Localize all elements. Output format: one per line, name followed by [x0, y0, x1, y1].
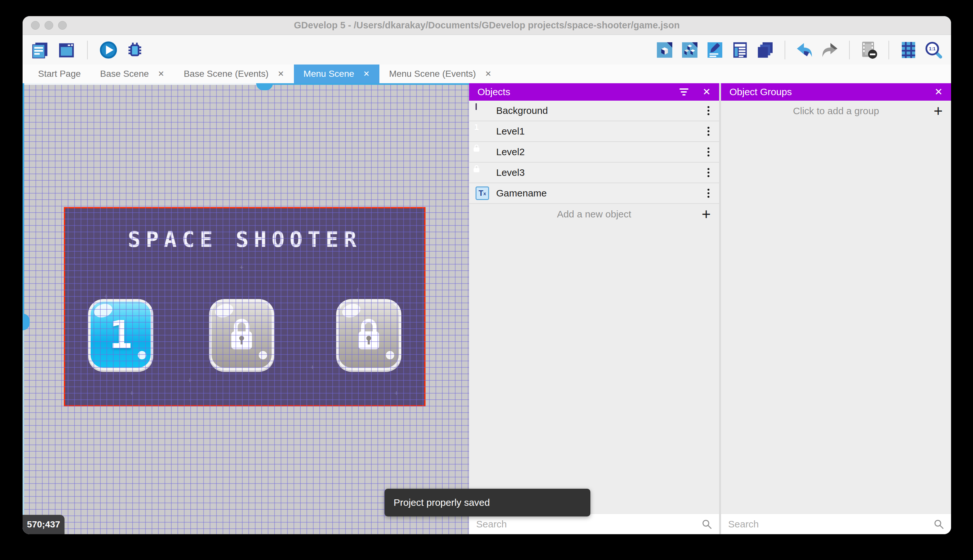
- tab-menu-scene[interactable]: Menu Scene ✕: [294, 65, 379, 83]
- lock-icon: [353, 316, 384, 352]
- object-row-level2[interactable]: Level2: [469, 142, 719, 163]
- level2-button-instance[interactable]: [209, 299, 274, 370]
- main-area: SPACE SHOOTER + + + + + + + 1: [23, 83, 951, 534]
- object-name: Level3: [496, 167, 525, 178]
- star-decoration: +: [310, 363, 315, 372]
- object-menu-icon[interactable]: [704, 187, 713, 200]
- save-toast: Project properly saved: [385, 489, 590, 517]
- level1-number: 1: [91, 302, 151, 368]
- object-groups-icon[interactable]: [681, 41, 699, 59]
- objects-panel: Objects ✕ Background 1 Level1: [469, 83, 719, 534]
- tab-close-icon[interactable]: ✕: [277, 69, 284, 78]
- object-menu-icon[interactable]: [704, 104, 713, 117]
- add-group-label: Click to add a group: [793, 105, 879, 117]
- edit-scene-properties-icon[interactable]: [706, 41, 724, 59]
- debug-icon[interactable]: [126, 41, 144, 59]
- plus-icon: +: [702, 207, 711, 222]
- search-icon: [934, 519, 944, 529]
- toolbar-divider: [849, 41, 850, 59]
- filter-icon[interactable]: [680, 88, 688, 95]
- level3-button-instance[interactable]: [336, 299, 402, 370]
- tab-base-scene-events[interactable]: Base Scene (Events) ✕: [174, 65, 293, 83]
- object-groups-panel-title: Object Groups: [730, 87, 792, 97]
- close-window-button[interactable]: [31, 21, 40, 30]
- tab-label: Base Scene: [100, 69, 149, 79]
- objects-panel-title: Objects: [478, 87, 510, 97]
- gamename-thumbnail-icon: Tx: [475, 187, 489, 200]
- background-thumbnail-icon: [475, 104, 489, 117]
- play-preview-icon[interactable]: [99, 41, 117, 59]
- object-name: Level1: [496, 126, 525, 137]
- add-new-object-button[interactable]: Add a new object +: [469, 204, 719, 225]
- export-object-icon[interactable]: [656, 41, 674, 59]
- redo-icon[interactable]: [821, 41, 839, 59]
- toast-message: Project properly saved: [393, 497, 490, 508]
- window-controls: [31, 16, 67, 35]
- tab-close-icon[interactable]: ✕: [158, 69, 164, 78]
- game-title-text: SPACE SHOOTER: [65, 227, 424, 252]
- objects-panel-empty-space: [469, 225, 719, 513]
- object-menu-icon[interactable]: [704, 125, 713, 138]
- project-manager-icon[interactable]: [31, 41, 49, 59]
- object-groups-search-bar: [721, 513, 951, 534]
- star-decoration: +: [394, 389, 398, 397]
- add-group-button[interactable]: Click to add a group +: [721, 101, 951, 121]
- layers-icon[interactable]: [756, 41, 774, 59]
- close-objects-panel-icon[interactable]: ✕: [703, 87, 711, 97]
- objects-panel-header: Objects ✕: [469, 83, 719, 101]
- level1-button-instance[interactable]: 1: [88, 299, 153, 370]
- object-menu-icon[interactable]: [704, 166, 713, 179]
- object-row-background[interactable]: Background: [469, 101, 719, 121]
- tab-base-scene[interactable]: Base Scene ✕: [90, 65, 174, 83]
- object-row-level1[interactable]: 1 Level1: [469, 121, 719, 142]
- svg-text:1:1: 1:1: [929, 46, 936, 51]
- tab-label: Base Scene (Events): [183, 69, 268, 79]
- toolbar-divider: [888, 41, 889, 59]
- instances-list-icon[interactable]: [731, 41, 749, 59]
- star-decoration: +: [188, 376, 192, 385]
- lock-icon: [226, 316, 257, 352]
- close-object-groups-panel-icon[interactable]: ✕: [935, 87, 943, 97]
- star-decoration: +: [130, 389, 134, 397]
- object-name: Gamename: [496, 188, 547, 199]
- scene-editor-canvas[interactable]: SPACE SHOOTER + + + + + + + 1: [23, 83, 469, 534]
- objects-search-input[interactable]: [476, 519, 702, 530]
- toolbar-left-group: [31, 41, 144, 59]
- object-name: Level2: [496, 147, 525, 157]
- object-groups-panel: Object Groups ✕ Click to add a group +: [721, 83, 951, 534]
- tab-label: Start Page: [38, 69, 81, 79]
- zoom-original-icon[interactable]: 1:1: [925, 41, 943, 59]
- level3-thumbnail-icon: [475, 166, 489, 179]
- tab-label: Menu Scene (Events): [389, 69, 476, 79]
- toolbar: 1:1: [23, 35, 951, 65]
- vertical-scrollbar-thumb[interactable]: [23, 313, 30, 330]
- window-title: GDevelop 5 - /Users/dkarakay/Documents/G…: [23, 20, 951, 31]
- horizontal-scrollbar-fill[interactable]: [271, 83, 469, 85]
- tab-start-page[interactable]: Start Page: [28, 65, 90, 83]
- tab-close-icon[interactable]: ✕: [363, 69, 370, 78]
- add-new-object-label: Add a new object: [557, 209, 631, 220]
- toggle-mask-icon[interactable]: [860, 41, 878, 59]
- object-row-gamename[interactable]: Tx Gamename: [469, 183, 719, 204]
- level1-thumbnail-icon: 1: [475, 125, 489, 138]
- tab-close-icon[interactable]: ✕: [485, 69, 491, 78]
- toggle-grid-icon[interactable]: [900, 41, 918, 59]
- tab-label: Menu Scene: [303, 69, 354, 79]
- object-groups-search-input[interactable]: [728, 519, 934, 530]
- scene-background-selection[interactable]: SPACE SHOOTER + + + + + + + 1: [64, 207, 425, 407]
- scene-window-icon[interactable]: [57, 41, 75, 59]
- vertical-scrollbar-track[interactable]: [23, 83, 24, 534]
- undo-icon[interactable]: [796, 41, 814, 59]
- object-menu-icon[interactable]: [704, 145, 713, 158]
- level2-thumbnail-icon: [475, 145, 489, 159]
- search-icon: [702, 519, 712, 529]
- maximize-window-button[interactable]: [58, 21, 67, 30]
- horizontal-scrollbar-thumb[interactable]: [256, 83, 273, 90]
- toolbar-divider: [785, 41, 785, 59]
- object-row-level3[interactable]: Level3: [469, 163, 719, 183]
- tab-menu-scene-events[interactable]: Menu Scene (Events) ✕: [379, 65, 501, 83]
- object-groups-empty-space: [721, 121, 951, 513]
- star-decoration: +: [239, 263, 243, 272]
- minimize-window-button[interactable]: [45, 21, 53, 30]
- object-name: Background: [496, 105, 548, 116]
